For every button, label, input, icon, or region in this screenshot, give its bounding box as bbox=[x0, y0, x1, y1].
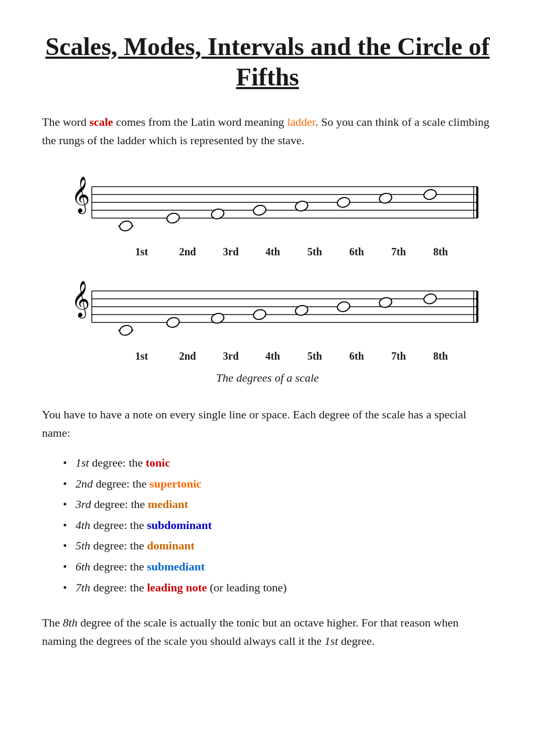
staff-2-labels: 1st 2nd 3rd 4th 5th 6th 7th 8th bbox=[63, 348, 483, 364]
svg-point-17 bbox=[423, 188, 437, 201]
svg-text:𝄞: 𝄞 bbox=[71, 280, 90, 318]
submediant-label: submediant bbox=[147, 560, 205, 573]
footer-text-1: The bbox=[42, 616, 63, 629]
body-paragraph: You have to have a note on every single … bbox=[42, 405, 493, 442]
degree-3rd: 3rd degree: the mediant bbox=[63, 494, 493, 515]
staff-1-svg: 𝄞 bbox=[63, 171, 483, 244]
intro-paragraph: The word scale comes from the Latin word… bbox=[42, 113, 493, 149]
label-8th-2: 8th bbox=[420, 348, 462, 364]
svg-point-31 bbox=[252, 308, 267, 321]
intro-text-before: The word bbox=[42, 115, 89, 128]
label-7th-1: 7th bbox=[378, 244, 420, 260]
label-1st-2: 1st bbox=[118, 348, 165, 364]
footer-text-2: degree of the scale is actually the toni… bbox=[42, 616, 458, 647]
supertonic-label: supertonic bbox=[149, 477, 201, 490]
staff-1-wrapper: 𝄞 bbox=[42, 171, 493, 260]
degree-1st: 1st degree: the tonic bbox=[63, 452, 493, 473]
footer-ordinal-1: 8th bbox=[63, 616, 78, 629]
subdominant-label: subdominant bbox=[147, 519, 212, 532]
label-5th-1: 5th bbox=[294, 244, 336, 260]
page-title: Scales, Modes, Intervals and the Circle … bbox=[42, 31, 493, 92]
mediant-label: mediant bbox=[148, 498, 188, 511]
intro-text-after: comes from the Latin word meaning bbox=[113, 115, 287, 128]
svg-point-35 bbox=[423, 293, 437, 305]
footer-paragraph: The 8th degree of the scale is actually … bbox=[42, 613, 493, 650]
label-5th-2: 5th bbox=[294, 348, 336, 364]
label-2nd-2: 2nd bbox=[165, 348, 210, 364]
svg-point-11 bbox=[166, 212, 180, 224]
label-3rd-1: 3rd bbox=[210, 244, 252, 260]
label-1st-1: 1st bbox=[118, 244, 165, 260]
tonic-label: tonic bbox=[146, 456, 170, 469]
scale-word: scale bbox=[89, 115, 113, 128]
dominant-label: dominant bbox=[147, 539, 194, 552]
svg-point-33 bbox=[336, 300, 351, 313]
svg-text:𝄞: 𝄞 bbox=[71, 176, 90, 214]
staff-2-wrapper: 𝄞 1st 2nd 3rd 4th 5th 6th 7th 8th bbox=[42, 275, 493, 364]
ladder-word: ladder bbox=[287, 115, 315, 128]
svg-point-10 bbox=[119, 220, 133, 232]
staves-container: 𝄞 bbox=[42, 171, 493, 364]
label-4th-1: 4th bbox=[252, 244, 294, 260]
staff-2-svg: 𝄞 bbox=[63, 275, 483, 348]
degree-list: 1st degree: the tonic 2nd degree: the su… bbox=[63, 452, 493, 598]
svg-point-15 bbox=[336, 196, 351, 209]
degree-4th: 4th degree: the subdominant bbox=[63, 515, 493, 536]
label-8th-1: 8th bbox=[420, 244, 462, 260]
staff-caption: The degrees of a scale bbox=[42, 369, 493, 386]
leading-note-label: leading note bbox=[147, 581, 207, 594]
degree-2nd: 2nd degree: the supertonic bbox=[63, 473, 493, 494]
label-6th-2: 6th bbox=[336, 348, 378, 364]
footer-text-3: degree. bbox=[338, 634, 375, 647]
label-4th-2: 4th bbox=[252, 348, 294, 364]
label-6th-1: 6th bbox=[336, 244, 378, 260]
degree-7th: 7th degree: the leading note (or leading… bbox=[63, 577, 493, 598]
label-7th-2: 7th bbox=[378, 348, 420, 364]
svg-point-28 bbox=[119, 324, 133, 337]
svg-point-29 bbox=[166, 316, 180, 329]
staff-1-labels: 1st 2nd 3rd 4th 5th 6th 7th 8th bbox=[63, 244, 483, 260]
label-3rd-2: 3rd bbox=[210, 348, 252, 364]
degree-6th: 6th degree: the submediant bbox=[63, 556, 493, 577]
footer-ordinal-2: 1st bbox=[325, 634, 338, 647]
label-2nd-1: 2nd bbox=[165, 244, 210, 260]
svg-point-13 bbox=[252, 204, 267, 217]
degree-5th: 5th degree: the dominant bbox=[63, 535, 493, 556]
